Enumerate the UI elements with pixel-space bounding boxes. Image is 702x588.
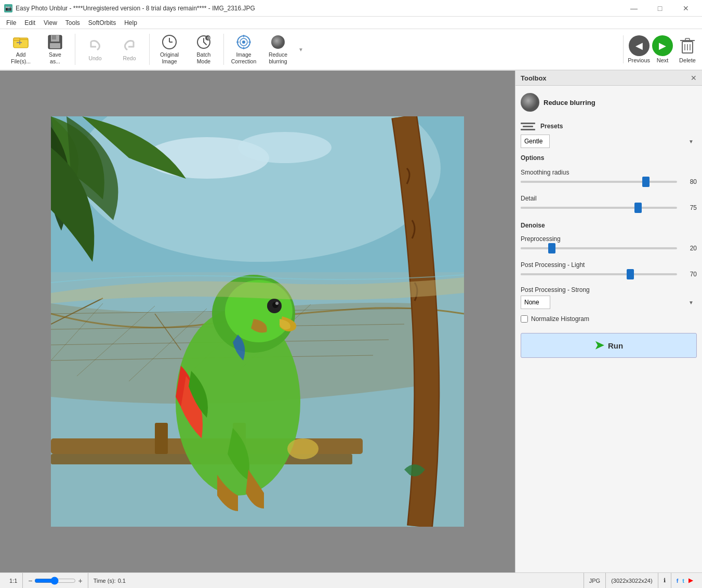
svg-point-54 — [275, 302, 279, 305]
run-button[interactable]: ➤ Run — [521, 333, 697, 358]
post-processing-strong-label: Post Processing - Strong — [521, 286, 697, 293]
smoothing-radius-label: Smoothing radius — [521, 169, 697, 176]
reduce-blurring-title: Reduce blurring — [544, 99, 595, 106]
delete-nav[interactable]: Delete — [677, 35, 698, 63]
preprocessing-label: Preprocessing — [521, 235, 697, 243]
preprocessing-section: Preprocessing 20 — [521, 234, 697, 256]
zoom-slider[interactable] — [34, 577, 76, 585]
facebook-icon[interactable]: f — [677, 578, 679, 584]
zoom-level: 1:1 — [9, 578, 17, 584]
menu-softorbits[interactable]: SoftOrbits — [84, 18, 120, 28]
post-processing-strong-select[interactable]: None Light Medium Strong — [521, 296, 550, 309]
file-format: JPG — [589, 578, 600, 584]
toolbox-close-button[interactable]: ✕ — [691, 74, 697, 82]
post-processing-light-section: Post Processing - Light 70 — [521, 260, 697, 282]
svg-point-33 — [238, 132, 332, 163]
toolbox-title: Toolbox — [521, 74, 547, 82]
undo-icon — [87, 37, 103, 54]
svg-text:⚙: ⚙ — [207, 36, 210, 41]
window-controls: — □ ✕ — [622, 0, 698, 17]
presets-select-wrapper[interactable]: Gentle Normal Strong Custom — [521, 135, 697, 148]
toolbar: AddFile(s)... Saveas... Undo — [0, 29, 702, 71]
detail-track[interactable] — [521, 207, 677, 209]
svg-rect-47 — [155, 423, 168, 454]
save-as-label: Saveas... — [49, 51, 61, 64]
titlebar: 📷 Easy Photo Unblur - ****Unregistered v… — [0, 0, 702, 17]
smoothing-radius-row: 80 — [521, 178, 697, 185]
redo-button[interactable]: Redo — [113, 32, 146, 67]
smoothing-radius-track[interactable] — [521, 181, 677, 183]
main-content: Toolbox ✕ Reduce b — [0, 71, 702, 572]
svg-point-17 — [242, 41, 245, 44]
normalize-histogram-checkbox[interactable] — [521, 315, 528, 323]
options-label: Options — [521, 152, 697, 164]
svg-rect-7 — [52, 35, 56, 39]
post-processing-light-track[interactable] — [521, 273, 677, 275]
preprocessing-track[interactable] — [521, 247, 677, 249]
svg-rect-8 — [50, 43, 60, 48]
photo-canvas — [51, 116, 464, 527]
batch-mode-button[interactable]: ⚙ BatchMode — [187, 32, 220, 67]
add-files-label: AddFile(s)... — [11, 51, 31, 64]
window-title: Easy Photo Unblur - ****Unregistered ver… — [16, 5, 622, 12]
delete-label: Delete — [679, 57, 696, 63]
previous-button[interactable]: ◀ — [629, 35, 650, 56]
separator-3 — [223, 34, 224, 65]
save-as-button[interactable]: Saveas... — [38, 32, 72, 67]
zoom-out-button[interactable]: − — [28, 577, 32, 585]
menu-tools[interactable]: Tools — [61, 18, 84, 28]
menu-help[interactable]: Help — [120, 18, 141, 28]
minimize-button[interactable]: — — [622, 0, 646, 17]
svg-rect-25 — [685, 38, 690, 41]
denoise-label: Denoise — [521, 220, 697, 230]
next-label: Next — [657, 57, 669, 63]
format-section: JPG — [584, 573, 606, 588]
post-processing-strong-section: Post Processing - Strong None Light Medi… — [521, 286, 697, 309]
post-processing-strong-wrapper[interactable]: None Light Medium Strong — [521, 296, 697, 309]
maximize-button[interactable]: □ — [648, 0, 672, 17]
previous-label: Previous — [628, 57, 650, 63]
target-icon — [235, 34, 252, 50]
image-area — [0, 71, 515, 572]
next-nav[interactable]: ▶ Next — [652, 35, 673, 63]
presets-section: Presets Gentle Normal Strong Custom — [521, 118, 697, 148]
twitter-icon[interactable]: t — [682, 578, 684, 584]
reduce-blurring-section: Reduce blurring — [521, 91, 697, 114]
info-icon[interactable]: ℹ — [664, 577, 666, 584]
menu-edit[interactable]: Edit — [20, 18, 39, 28]
detail-section: Detail 75 — [521, 194, 697, 216]
image-correction-button[interactable]: ImageCorrection — [227, 32, 260, 67]
menubar: File Edit View Tools SoftOrbits Help — [0, 17, 702, 29]
reduce-blurring-button[interactable]: Reduceblurring — [261, 32, 295, 67]
statusbar: 1:1 − + Time (s): 0.1 JPG (3022x3022x24)… — [0, 572, 702, 588]
add-files-button[interactable]: AddFile(s)... — [4, 32, 37, 67]
youtube-icon[interactable]: ▶ — [688, 577, 693, 584]
close-button[interactable]: ✕ — [674, 0, 698, 17]
original-image-label: OriginalImage — [160, 51, 179, 64]
post-processing-light-thumb[interactable] — [627, 269, 634, 279]
svg-rect-4 — [19, 41, 20, 45]
separator-2 — [149, 34, 150, 65]
preprocessing-thumb[interactable] — [548, 243, 555, 253]
original-image-button[interactable]: OriginalImage — [153, 32, 186, 67]
svg-rect-2 — [14, 38, 20, 41]
svg-point-55 — [287, 438, 319, 459]
smoothing-radius-thumb[interactable] — [642, 177, 650, 187]
presets-row: Presets — [521, 118, 697, 135]
previous-nav[interactable]: ◀ Previous — [628, 35, 650, 63]
toolbox-body: Reduce blurring Presets Gentle Normal — [515, 86, 702, 363]
zoom-in-button[interactable]: + — [78, 577, 82, 585]
app-icon: 📷 — [4, 4, 12, 12]
next-button[interactable]: ▶ — [652, 35, 673, 56]
undo-button[interactable]: Undo — [78, 32, 112, 67]
redo-icon — [121, 37, 138, 54]
reduce-blurring-icon — [521, 93, 539, 112]
time-label: Time (s): — [94, 578, 116, 584]
presets-select[interactable]: Gentle Normal Strong Custom — [521, 135, 550, 148]
smoothing-radius-value: 80 — [681, 178, 697, 185]
menu-view[interactable]: View — [39, 18, 61, 28]
detail-thumb[interactable] — [634, 203, 642, 213]
nav-area: ◀ Previous ▶ Next Delete — [623, 35, 698, 63]
image-correction-label: ImageCorrection — [231, 51, 256, 64]
menu-file[interactable]: File — [2, 18, 20, 28]
